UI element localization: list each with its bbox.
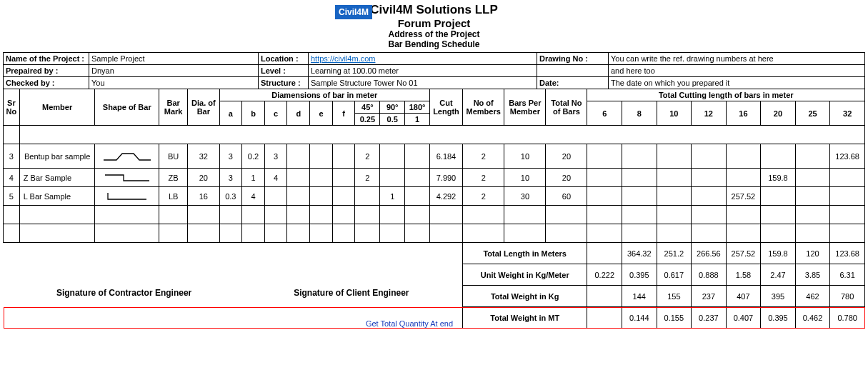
signature-contractor: Signature of Contractor Engineer xyxy=(56,288,191,298)
value-drawing-no-1: You can write the ref. drawing numbers a… xyxy=(609,53,865,65)
col-cut: Cut Length xyxy=(429,89,462,126)
table-row: 4 Z Bar Sample ZB20 314 27.990 21020 159… xyxy=(4,169,865,187)
label-total-weight-mt: Total Weight in MT xyxy=(463,307,587,329)
col-tot: Total No of Bars xyxy=(546,89,587,126)
project-address: Address of the Project xyxy=(3,29,865,39)
col-totcut: Total Cutting length of bars in meter xyxy=(587,89,865,101)
document-type: Bar Bending Schedule xyxy=(3,39,865,49)
col-mark: Bar Mark xyxy=(159,89,188,126)
col-nomem: No of Members xyxy=(463,89,504,126)
l-bar-icon xyxy=(102,191,152,202)
value-drawing-no-2: and here too xyxy=(609,65,865,77)
value-structure: Sample Structure Tower No 01 xyxy=(309,77,537,89)
value-project-name: Sample Project xyxy=(89,53,259,65)
value-level: Learning at 100.00 meter xyxy=(309,65,537,77)
location-link[interactable]: https://civil4m.com xyxy=(311,54,375,63)
col-12: 12 xyxy=(692,101,727,126)
value-location: https://civil4m.com xyxy=(309,53,537,65)
table-row xyxy=(4,206,865,224)
company-title: Civil4M Solutions LLP xyxy=(3,3,865,17)
col-16: 16 xyxy=(726,101,761,126)
table-row xyxy=(4,224,865,243)
z-bar-icon xyxy=(102,172,152,184)
label-drawing-no: Drawing No : xyxy=(537,53,609,65)
label-project-name: Name of the Project : xyxy=(4,53,89,65)
label-level: Level : xyxy=(259,65,309,77)
col-dia: Dia. of Bar xyxy=(188,89,219,126)
col-180v: 1 xyxy=(405,114,430,126)
bbs-table: Sr No Member Shape of Bar Bar Mark Dia. … xyxy=(3,89,865,329)
col-dims: Diamensions of bar in meter xyxy=(219,89,429,101)
col-25: 25 xyxy=(795,101,830,126)
col-45: 45° xyxy=(355,101,380,114)
value-checked-by: You xyxy=(89,77,259,89)
bentup-bar-icon xyxy=(102,150,152,163)
col-6: 6 xyxy=(587,101,622,126)
label-prepared-by: Prepaired by : xyxy=(4,65,89,77)
col-member: Member xyxy=(19,89,95,126)
col-c: c xyxy=(264,101,287,126)
info-table: Name of the Project : Sample Project Loc… xyxy=(3,52,865,89)
label-checked-by: Checked by : xyxy=(4,77,89,89)
table-row: 3 Bentup bar sample BU32 30.23 26.184 21… xyxy=(4,144,865,169)
label-location: Location : xyxy=(259,53,309,65)
logo: Civil4M xyxy=(335,5,372,19)
col-f: f xyxy=(332,101,355,126)
col-20: 20 xyxy=(761,101,796,126)
col-8: 8 xyxy=(622,101,657,126)
label-date: Date: xyxy=(537,77,609,89)
table-row: 5 L Bar Sample LB16 0.34 14.292 23060 25… xyxy=(4,187,865,206)
col-b: b xyxy=(242,101,265,126)
label-structure: Structure : xyxy=(259,77,309,89)
label-total-weight-kg: Total Weight in Kg xyxy=(463,286,587,307)
label-total-length: Total Length in Meters xyxy=(463,243,587,264)
col-bpm: Bars Per Member xyxy=(504,89,546,126)
summary-row: Signature of Contractor Engineer Signatu… xyxy=(4,243,865,264)
col-45v: 0.25 xyxy=(355,114,380,126)
col-sr: Sr No xyxy=(4,89,20,126)
value-prepared-by: Dnyan xyxy=(89,65,259,77)
table-row xyxy=(4,126,865,144)
col-90: 90° xyxy=(380,101,405,114)
project-title: Forum Project xyxy=(3,17,865,29)
col-d: d xyxy=(287,101,310,126)
col-180: 180° xyxy=(405,101,430,114)
value-date: The date on which you prepared it xyxy=(609,77,865,89)
col-32: 32 xyxy=(830,101,865,126)
col-10: 10 xyxy=(657,101,692,126)
signature-client: Signature of Client Engineer xyxy=(294,288,409,298)
col-90v: 0.5 xyxy=(380,114,405,126)
col-a: a xyxy=(219,101,242,126)
document-header: Civil4M Civil4M Solutions LLP Forum Proj… xyxy=(3,3,865,49)
annotation-total-qty: Get Total Quantity At end xyxy=(6,319,461,328)
label-unit-weight: Unit Weight in Kg/Meter xyxy=(463,264,587,286)
col-shape: Shape of Bar xyxy=(95,89,159,126)
col-e: e xyxy=(310,101,333,126)
